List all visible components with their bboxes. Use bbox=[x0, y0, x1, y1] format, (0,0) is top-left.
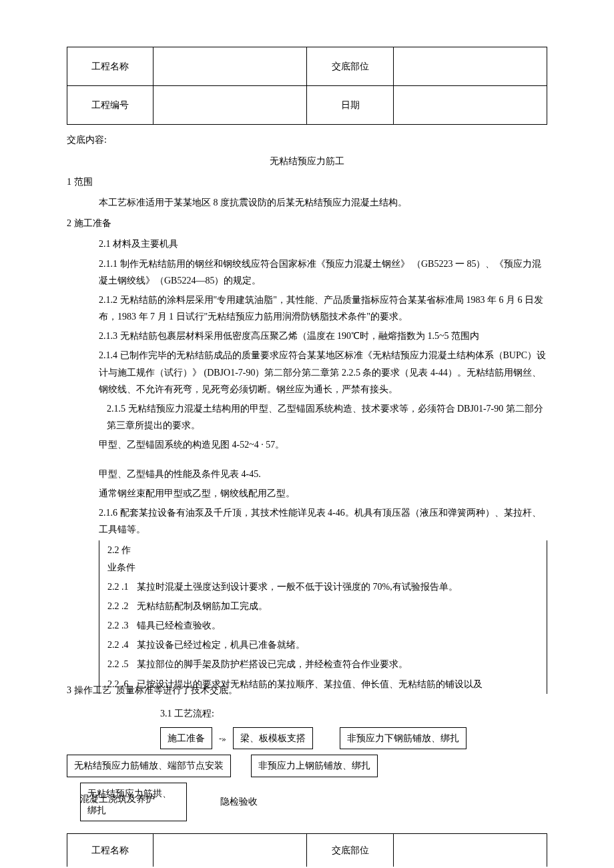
list-item: 2.2 .2 无粘结筋配制及钢筋加工完成。 bbox=[99, 596, 547, 616]
flow-row-3: 无粘结预应力筋拱、绑扎 混凝土浇筑及养护 隐检验收 bbox=[67, 783, 547, 821]
list-num: 2.2 .1 bbox=[107, 578, 137, 595]
header-table: 工程名称 交底部位 工程编号 日期 bbox=[67, 47, 547, 125]
date-value bbox=[393, 86, 547, 125]
footer-table: 工程名称 交底部位 bbox=[67, 833, 547, 867]
disclosure-content-label: 交底内容: bbox=[67, 131, 547, 148]
section-2-1: 2.1 材料及主要机具 bbox=[67, 236, 547, 252]
flow-box-unbonded-place: 无粘结预应力筋铺放、端部节点安装 bbox=[67, 755, 231, 777]
disclosure-part-label: 交底部位 bbox=[307, 47, 393, 86]
flow-inspection: 隐检验收 bbox=[220, 793, 258, 810]
footer-project-name-label: 工程名称 bbox=[67, 833, 154, 867]
section-2-1-3: 2.1.3 无粘结筋包裹层材料采用低密度高压聚乙烯（温度在 190℃时，融熔指数… bbox=[67, 328, 547, 344]
flow-box-upper-rebar: 非预应力上钢筋铺放、绑扎 bbox=[251, 755, 378, 777]
list-item: 2.2 .3 锚具已经检查验收。 bbox=[99, 616, 547, 635]
section-2-1-2: 2.1.2 无粘结筋的涂料层采用"专用建筑油脂"，其性能、产品质量指标应符合某某… bbox=[67, 292, 547, 325]
arrow-icon: -» bbox=[219, 731, 226, 746]
project-number-value bbox=[154, 86, 307, 125]
project-name-value bbox=[154, 47, 307, 86]
main-title: 无粘结预应力筋工 bbox=[67, 153, 547, 169]
footer-project-name-value bbox=[154, 833, 307, 867]
section-2-1-5-sub1: 甲型、乙型锚固系统的构造见图 4-52~4 · 57。 bbox=[67, 436, 547, 453]
section-2-2-6-continue: 质量标准等进行了技术交底。 bbox=[116, 685, 238, 695]
flow-row-1: 施工准备 -» 梁、板模板支搭 非预应力下钢筋铺放、绑扎 bbox=[67, 727, 547, 749]
list-num: 2.2 .3 bbox=[107, 617, 137, 634]
section-2-2-list: 2.2 作业条件 2.2 .1 某拉时混凝土强度达到设计要求，一般不低于设计强度… bbox=[99, 540, 547, 694]
section-2-heading: 2 施工准备 bbox=[67, 215, 547, 232]
flow-box-formwork: 梁、板模板支搭 bbox=[233, 727, 313, 749]
list-num: 2.2 .2 bbox=[107, 598, 137, 614]
footer-table-wrapper: 工程名称 交底部位 bbox=[67, 833, 547, 867]
project-name-label: 工程名称 bbox=[67, 47, 154, 86]
date-label: 日期 bbox=[307, 86, 393, 125]
footer-disclosure-part-value bbox=[393, 833, 547, 867]
footer-disclosure-part-label: 交底部位 bbox=[307, 833, 393, 867]
list-text: 某拉部位的脚手架及防护栏搭设已完成，并经检查符合作业要求。 bbox=[137, 656, 547, 673]
list-num: 2.2 .4 bbox=[107, 636, 137, 653]
flow-row-2: 无粘结预应力筋铺放、端部节点安装 非预应力上钢筋铺放、绑扎 bbox=[67, 755, 547, 777]
flow-label: 3.1 工艺流程: bbox=[67, 705, 547, 722]
list-item: 2.2 作业条件 bbox=[99, 540, 547, 576]
list-item: 2.2 .1 某拉时混凝土强度达到设计要求，一般不低于设计强度的 70%,有试验… bbox=[99, 577, 547, 596]
section-1-heading: 1 范围 bbox=[67, 173, 547, 190]
list-text: 某拉设备已经过检定，机具已准备就绪。 bbox=[137, 636, 547, 653]
section-3-heading-row: 3 操作工艺 质量标准等进行了技术交底。 bbox=[67, 682, 547, 699]
section-3-heading: 3 操作工艺 bbox=[67, 685, 111, 695]
list-item: 2.2 .4 某拉设备已经过检定，机具已准备就绪。 bbox=[99, 635, 547, 655]
section-1-p1: 本工艺标准适用于某某地区 8 度抗震设防的后某无粘结预应力混凝土结构。 bbox=[67, 194, 547, 211]
table-row: 工程编号 日期 bbox=[67, 86, 547, 125]
flow-container: 3.1 工艺流程: 施工准备 -» 梁、板模板支搭 非预应力下钢筋铺放、绑扎 无… bbox=[67, 705, 547, 821]
project-number-label: 工程编号 bbox=[67, 86, 154, 125]
flow-overlay-pour: 混凝土浇筑及养护 bbox=[80, 791, 155, 807]
list-heading-num: 2.2 作业条件 bbox=[107, 542, 137, 575]
flow-box-prep: 施工准备 bbox=[160, 727, 212, 749]
section-2-1-4: 2.1.4 已制作完毕的无粘结筋成品的质量要求应符合某某地区标准《无粘结预应力混… bbox=[67, 347, 547, 398]
list-text: 锚具已经检查验收。 bbox=[137, 617, 547, 634]
table-row: 工程名称 交底部位 bbox=[67, 47, 547, 86]
section-2-1-5-sub3: 通常钢丝束配用甲型或乙型，钢绞线配用乙型。 bbox=[67, 485, 547, 502]
flow-box-lower-rebar: 非预应力下钢筋铺放、绑扎 bbox=[340, 727, 467, 749]
list-text: 某拉时混凝土强度达到设计要求，一般不低于设计强度的 70%,有试验报告单。 bbox=[137, 578, 547, 595]
list-num: 2.2 .5 bbox=[107, 656, 137, 673]
section-2-1-5: 2.1.5 无粘结预应力混凝土结构用的甲型、乙型锚固系统构造、技术要求等，必须符… bbox=[67, 400, 547, 434]
section-2-1-1: 2.1.1 制作无粘结筋用的钢丝和钢绞线应符合国家标准《预应力混凝土钢丝》 （G… bbox=[67, 256, 547, 289]
section-2-1-6: 2.1.6 配套某拉设备有油泵及千斤顶，其技术性能详见表 4-46。机具有顶压器… bbox=[67, 504, 547, 538]
table-row: 工程名称 交底部位 bbox=[67, 833, 547, 867]
list-item: 2.2 .5 某拉部位的脚手架及防护栏搭设已完成，并经检查符合作业要求。 bbox=[99, 655, 547, 674]
disclosure-part-value bbox=[393, 47, 547, 86]
list-text: 无粘结筋配制及钢筋加工完成。 bbox=[137, 598, 547, 614]
section-2-1-5-sub2: 甲型、乙型锚具的性能及条件见表 4-45. bbox=[67, 466, 547, 482]
